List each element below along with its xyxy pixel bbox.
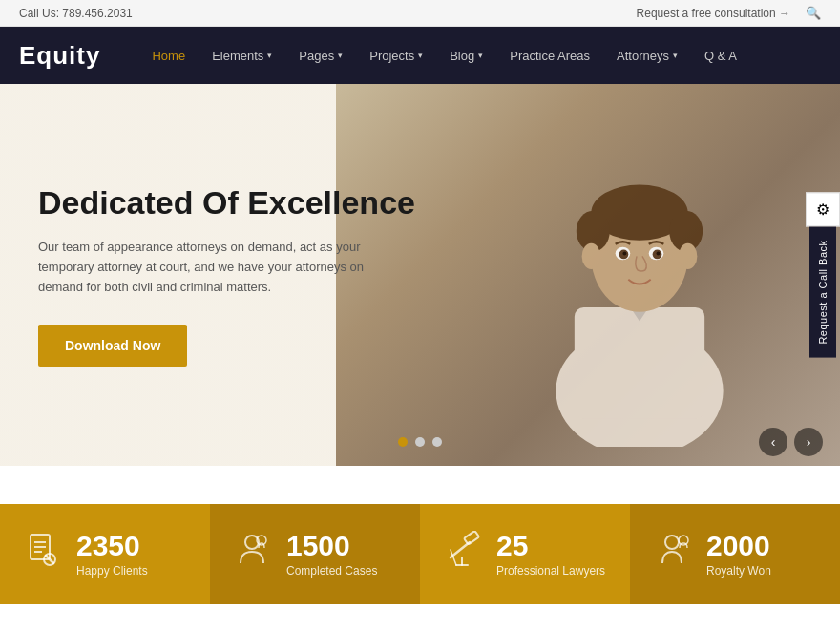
nav-item-pages: Pages ▾ [285,30,356,82]
stat-happy-clients: 2350 Happy Clients [0,504,210,604]
slider-next-button[interactable]: › [794,428,823,456]
svg-line-23 [451,542,470,557]
stat-number-royalty: 2000 [706,532,771,560]
person-icon [233,531,271,578]
phone-label: Call Us: 789.456.2031 [19,7,133,20]
svg-point-14 [582,243,600,269]
gear-icon[interactable]: ⚙ [806,192,840,226]
nav-item-elements: Elements ▾ [199,30,285,82]
stat-label-clients: Happy Clients [76,564,148,578]
stat-number-lawyers: 25 [496,532,605,560]
stat-info-royalty: 2000 Royalty Won [706,532,771,578]
nav-link-blog[interactable]: Blog ▾ [436,30,496,82]
svg-point-12 [622,252,626,256]
chevron-down-icon: ▾ [267,51,272,60]
callback-tab: ⚙ Request a Call Back [806,192,840,357]
logo[interactable]: Equity [19,41,100,71]
chevron-down-icon: ▾ [338,51,343,60]
svg-rect-24 [464,531,479,545]
nav-item-attorneys: Attorneys ▾ [603,30,691,82]
nav-item-blog: Blog ▾ [436,30,496,82]
slider-dot-2[interactable] [415,437,425,447]
hero-content: Dedicated Of Excellence Our team of appe… [0,183,453,366]
top-bar-right: Request a free consultation → 🔍 [637,6,821,20]
nav-link-projects[interactable]: Projects ▾ [356,30,436,82]
svg-point-13 [657,252,661,256]
hero-section: Dedicated Of Excellence Our team of appe… [0,84,840,466]
stat-number-cases: 1500 [286,532,377,560]
stat-number-clients: 2350 [76,532,148,560]
nav-link-elements[interactable]: Elements ▾ [199,30,285,82]
slider-prev-button[interactable]: ‹ [759,428,788,456]
chevron-down-icon: ▾ [673,51,678,60]
hero-title: Dedicated Of Excellence [38,183,415,222]
svg-rect-1 [575,307,704,419]
nav-link-qa[interactable]: Q & A [691,30,750,82]
svg-point-28 [665,536,679,549]
chevron-down-icon: ▾ [478,51,483,60]
nav-link-attorneys[interactable]: Attorneys ▾ [603,30,691,82]
consultation-link[interactable]: Request a free consultation → [637,7,790,20]
stat-label-lawyers: Professional Lawyers [496,564,605,578]
stats-section: 2350 Happy Clients 1500 Completed Cases [0,504,840,604]
download-now-button[interactable]: Download Now [38,325,187,367]
stat-lawyers: 25 Professional Lawyers [420,504,630,604]
stat-info-lawyers: 25 Professional Lawyers [496,532,605,578]
stat-label-royalty: Royalty Won [706,564,771,578]
nav-item-home: Home [138,30,199,82]
top-bar: Call Us: 789.456.2031 Request a free con… [0,0,840,27]
callback-text[interactable]: Request a Call Back [809,226,836,357]
stat-info-clients: 2350 Happy Clients [76,532,148,578]
nav-item-qa: Q & A [691,30,750,82]
stat-completed-cases: 1500 Completed Cases [210,504,420,604]
stat-label-cases: Completed Cases [286,564,377,578]
telescope-icon [443,531,481,578]
search-icon[interactable]: 🔍 [806,6,821,20]
nav-item-practice: Practice Areas [496,30,603,82]
navbar: Equity Home Elements ▾ Pages ▾ Projects … [0,27,840,84]
slider-dots [398,437,442,447]
document-icon [23,531,61,578]
hero-description: Our team of appearance attorneys on dema… [38,238,401,297]
stat-info-cases: 1500 Completed Cases [286,532,377,578]
svg-point-15 [679,243,697,269]
nav-item-projects: Projects ▾ [356,30,436,82]
nav-link-pages[interactable]: Pages ▾ [285,30,356,82]
nav-link-practice[interactable]: Practice Areas [496,30,603,82]
slider-dot-3[interactable] [432,437,442,447]
nav-link-home[interactable]: Home [138,30,199,82]
stat-royalty: 2000 Royalty Won [630,504,840,604]
nav-menu: Home Elements ▾ Pages ▾ Projects ▾ Blog [138,30,749,82]
trophy-icon [653,531,691,578]
slider-dot-1[interactable] [398,437,408,447]
chevron-down-icon: ▾ [418,51,423,60]
